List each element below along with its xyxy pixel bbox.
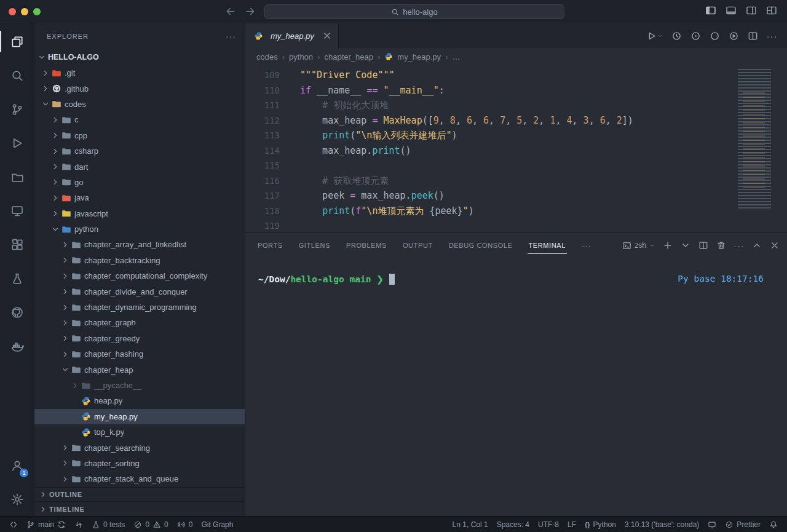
new-terminal-button[interactable]	[663, 240, 673, 250]
editor-action-gitlens-compare[interactable]	[710, 31, 720, 41]
status-indentation[interactable]: Spaces: 4	[492, 517, 534, 532]
tree-folder-item[interactable]: chapter_sorting	[34, 456, 245, 471]
zoom-button[interactable]	[33, 8, 41, 15]
status-ports-forwarded[interactable]: 0	[173, 517, 197, 532]
customize-layout-button[interactable]	[766, 5, 777, 18]
tree-folder-item[interactable]: dart	[34, 159, 245, 174]
breadcrumb-item[interactable]: my_heap.py	[384, 52, 441, 62]
explorer-more-actions[interactable]: ···	[226, 31, 236, 41]
close-panel-button[interactable]	[770, 240, 780, 250]
close-tab-icon[interactable]	[322, 31, 332, 41]
tree-folder-item[interactable]: cpp	[34, 128, 245, 143]
code-line[interactable]: 111 # 初始化大顶堆	[245, 98, 787, 113]
project-root-folder[interactable]: HELLO-ALGO	[34, 49, 245, 65]
maximize-panel-button[interactable]	[752, 240, 762, 250]
activity-settings-button[interactable]	[0, 482, 34, 516]
tree-folder-item[interactable]: chapter_stack_and_queue	[34, 471, 245, 486]
tree-folder-item[interactable]: chapter_backtracking	[34, 253, 245, 268]
status-prettier[interactable]: Prettier	[721, 517, 765, 532]
tree-folder-item[interactable]: csharp	[34, 143, 245, 159]
code-line[interactable]: 112 max_heap = MaxHeap([9, 8, 6, 6, 7, 5…	[245, 113, 787, 129]
tree-folder-item[interactable]: java	[34, 190, 245, 205]
tree-folder-item[interactable]: .github	[34, 81, 245, 96]
tree-folder-item[interactable]: chapter_dynamic_programming	[34, 300, 245, 315]
terminal-shell-selector[interactable]: zsh	[622, 241, 655, 250]
tree-folder-item[interactable]: chapter_heap	[34, 362, 245, 377]
status-cursor-position[interactable]: Ln 1, Col 1	[448, 517, 492, 532]
status-remote-indicator[interactable]	[5, 517, 22, 532]
tree-folder-item[interactable]: chapter_hashing	[34, 346, 245, 362]
status-git-branch[interactable]: main	[22, 517, 70, 532]
status-language-mode[interactable]: {}Python	[580, 517, 620, 532]
tree-folder-item[interactable]: chapter_searching	[34, 440, 245, 455]
editor-action-run-file[interactable]	[646, 31, 663, 41]
editor-action-more-actions[interactable]: ···	[767, 31, 777, 41]
tree-folder-item[interactable]: codes	[34, 97, 245, 112]
status-python-interpreter[interactable]: 3.10.13 ('base': conda)	[620, 517, 703, 532]
tree-folder-item[interactable]: chapter_greedy	[34, 331, 245, 346]
code-line[interactable]: 113 print("\n输入列表并建堆后")	[245, 128, 787, 143]
editor-action-run-interactive[interactable]	[729, 31, 739, 41]
more-terminal-actions-button[interactable]: ···	[734, 240, 744, 250]
breadcrumb-item[interactable]: chapter_heap	[324, 52, 373, 62]
panel-tab-debug-console[interactable]: DEBUG CONSOLE	[449, 242, 513, 249]
editor-pane[interactable]: 109"""Driver Code"""110if __name__ == "_…	[245, 65, 787, 232]
section-outline[interactable]: OUTLINE	[34, 487, 245, 502]
activity-search-button[interactable]	[0, 58, 34, 92]
editor-action-gitlens-file-history[interactable]	[690, 31, 701, 41]
status-encoding[interactable]: UTF-8	[534, 517, 563, 532]
editor-action-split-editor[interactable]	[748, 31, 758, 41]
toggle-secondary-sidebar-button[interactable]	[746, 5, 757, 18]
panel-tabs-more[interactable]: ···	[582, 241, 591, 250]
tree-file-item[interactable]: top_k.py	[34, 424, 245, 440]
code-line[interactable]: 119	[245, 218, 787, 232]
section-timeline[interactable]: TIMELINE	[34, 501, 245, 516]
code-line[interactable]: 115	[245, 158, 787, 173]
activity-docker-button[interactable]	[0, 329, 34, 363]
tree-folder-item[interactable]: chapter_computational_complexity	[34, 268, 245, 284]
code-line[interactable]: 117 peek = max_heap.peek()	[245, 188, 787, 204]
breadcrumb-item[interactable]: …	[452, 52, 460, 62]
activity-run-debug-button[interactable]	[0, 126, 34, 160]
split-terminal-button[interactable]	[698, 240, 708, 250]
breadcrumb-item[interactable]: codes	[256, 52, 278, 62]
panel-tab-gitlens[interactable]: GITLENS	[299, 242, 330, 249]
code-line[interactable]: 109"""Driver Code"""	[245, 68, 787, 83]
activity-testing-button[interactable]	[0, 261, 34, 295]
panel-tab-output[interactable]: OUTPUT	[403, 242, 433, 249]
tree-folder-item[interactable]: .git	[34, 65, 245, 81]
panel-tab-ports[interactable]: PORTS	[258, 242, 283, 249]
tab-my-heap-py[interactable]: my_heap.py	[245, 23, 339, 48]
activity-accounts-button[interactable]: 1	[0, 448, 34, 482]
status-extension-status[interactable]	[703, 517, 721, 532]
status-git-graph[interactable]: Git Graph	[197, 517, 237, 532]
minimize-button[interactable]	[21, 8, 28, 15]
tree-folder-item[interactable]: chapter_graph	[34, 315, 245, 330]
go-back-button[interactable]	[225, 6, 237, 17]
kill-terminal-button[interactable]	[716, 240, 726, 250]
editor-action-view-timeline[interactable]	[671, 31, 682, 41]
go-forward-button[interactable]	[244, 6, 256, 17]
status-tests[interactable]: 0 tests	[87, 517, 129, 532]
terminal[interactable]: ~/Dow/hello-algo main ❯ Py base 18:17:16	[245, 258, 787, 516]
activity-remote-explorer-button[interactable]	[0, 194, 34, 228]
status-problems[interactable]: 00	[129, 517, 172, 532]
tree-folder-item[interactable]: python	[34, 221, 245, 237]
code-line[interactable]: 118 print(f"\n堆顶元素为 {peek}")	[245, 204, 787, 219]
tree-folder-item[interactable]: c	[34, 112, 245, 127]
close-button[interactable]	[9, 8, 16, 15]
activity-github-button[interactable]	[0, 295, 34, 329]
tree-folder-item[interactable]: __pycache__	[34, 378, 245, 393]
tree-folder-item[interactable]: chapter_divide_and_conquer	[34, 284, 245, 299]
activity-source-control-button[interactable]	[0, 92, 34, 126]
minimap[interactable]	[735, 69, 781, 214]
breadcrumb-item[interactable]: python	[289, 52, 313, 62]
terminal-picker-button[interactable]	[681, 240, 690, 250]
status-notifications[interactable]	[765, 517, 782, 532]
toggle-panel-button[interactable]	[726, 5, 737, 18]
activity-extensions-button[interactable]	[0, 228, 34, 261]
code-line[interactable]: 110if __name__ == "__main__":	[245, 83, 787, 98]
code-line[interactable]: 116 # 获取堆顶元素	[245, 173, 787, 189]
tree-file-item[interactable]: my_heap.py	[34, 409, 245, 424]
activity-project-manager-button[interactable]	[0, 160, 34, 194]
